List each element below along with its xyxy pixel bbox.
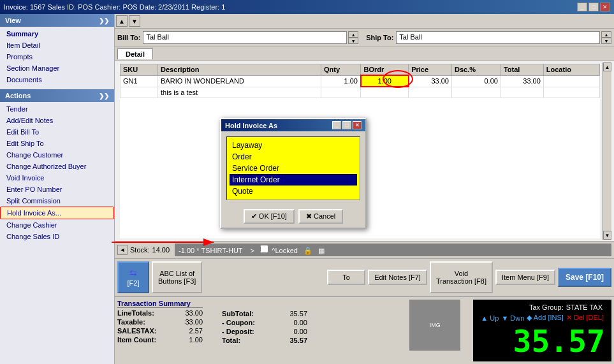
sidebar-item-prompts[interactable]: Prompts xyxy=(0,51,114,62)
sidebar-item-hold-invoice-as[interactable]: Hold Invoice As... xyxy=(0,207,114,219)
salestax-value: 2.57 xyxy=(171,327,203,335)
arrow-icon: ⇆ xyxy=(129,268,137,278)
scroll-up-button[interactable]: ▲ xyxy=(603,62,611,71)
line-totals-label: LineTotals: xyxy=(117,309,168,317)
sidebar-item-change-authorized-buyer[interactable]: Change Authorized Buyer xyxy=(0,161,114,172)
dialog-close-button[interactable]: ✕ xyxy=(353,121,362,129)
lock-icon: 🔒 xyxy=(303,247,312,254)
dialog-item-service-order[interactable]: Service Order xyxy=(230,163,357,174)
sidebar-item-add-edit-notes[interactable]: Add/Edit Notes xyxy=(0,115,114,126)
sidebar-item-edit-ship-to[interactable]: Edit Ship To xyxy=(0,138,114,149)
dialog-item-order[interactable]: Order xyxy=(230,151,357,163)
sidebar-view-header[interactable]: View ❯❯ xyxy=(0,14,114,27)
nav-up-button[interactable]: ▲ xyxy=(116,15,128,27)
close-button[interactable]: ✕ xyxy=(600,3,610,11)
col-sku: SKU xyxy=(121,64,158,76)
cell-qnty: 1.00 xyxy=(321,75,361,87)
sidebar-item-enter-po-number[interactable]: Enter PO Number xyxy=(0,184,114,195)
up-button[interactable]: ▲ Up xyxy=(481,314,499,322)
action-buttons-row: ⇆ [F2] ABC List of Buttons [F3] To Edit … xyxy=(115,259,614,296)
coupon-label: - Coupon: xyxy=(222,319,273,326)
total-display-area: Tax Group: STATE TAX ▲ Up ▼ Dwn ◆ Add [I… xyxy=(473,300,611,361)
sidebar-item-documents[interactable]: Documents xyxy=(0,74,114,85)
actions-collapse-icon: ❯❯ xyxy=(99,92,109,99)
sidebar-item-split-commission[interactable]: Split Commission xyxy=(0,195,114,207)
tab-detail[interactable]: Detail xyxy=(117,48,153,59)
cell-bordr: 1.00 xyxy=(361,75,409,87)
dialog-content: Layaway Order Service Order Internet Ord… xyxy=(221,131,365,205)
sidebar-item-section-manager[interactable]: Section Manager xyxy=(0,62,114,74)
del-button[interactable]: ✕ Del [DEL] xyxy=(566,314,604,322)
sidebar-actions-header[interactable]: Actions ❯❯ xyxy=(0,89,114,102)
taxable-value: 33.00 xyxy=(171,318,203,326)
total-value: 35.57 xyxy=(275,337,307,344)
bill-to-field[interactable]: Tal Ball xyxy=(143,31,347,44)
dialog-list: Layaway Order Service Order Internet Ord… xyxy=(226,136,360,200)
ship-to-field[interactable]: Tal Ball xyxy=(396,31,600,44)
dialog-item-internet-order[interactable]: Internet Order xyxy=(230,174,357,186)
cell-total-2 xyxy=(501,87,543,98)
deposit-label: - Deposit: xyxy=(222,328,273,335)
sidebar-item-change-customer[interactable]: Change Customer xyxy=(0,149,114,161)
void-transaction-button[interactable]: Void Transaction [F8] xyxy=(430,261,493,293)
bill-to-down-button[interactable]: ▼ xyxy=(348,38,358,44)
top-nav: ▲ ▼ xyxy=(115,14,614,29)
save-button[interactable]: Save [F10] xyxy=(558,268,611,287)
stock-value: 14.00 xyxy=(152,246,170,254)
to-button[interactable]: To xyxy=(327,270,365,285)
cell-sku-2 xyxy=(121,87,158,98)
down-button[interactable]: ▼ Dwn xyxy=(501,314,524,322)
cell-price-2 xyxy=(409,87,452,98)
maximize-button[interactable]: □ xyxy=(588,3,599,11)
bottom-section: Transaction Summary LineTotals: 33.00 Ta… xyxy=(115,296,614,364)
cell-locatio-2 xyxy=(543,87,599,98)
summary-right: SubTotal: 35.57 - Coupon: 0.00 - Deposit… xyxy=(222,300,307,361)
f2-button[interactable]: ⇆ [F2] xyxy=(117,261,149,293)
item-menu-button[interactable]: Item Menu [F9] xyxy=(495,270,555,285)
table-row: GN1 BARIO IN WONDERLAND 1.00 1.00 33.00 … xyxy=(121,75,600,87)
title-bar: Invoice: 1567 Sales ID: POS Cashier: POS… xyxy=(0,0,614,14)
dialog-item-quote[interactable]: Quote xyxy=(230,186,357,197)
nav-down-button[interactable]: ▼ xyxy=(129,15,140,27)
sidebar-item-item-detail[interactable]: Item Detail xyxy=(0,40,114,51)
dialog-minimize-button[interactable]: _ xyxy=(332,121,341,129)
taxable-label: Taxable: xyxy=(117,318,168,326)
minimize-button[interactable]: _ xyxy=(577,3,587,11)
locked-checkbox[interactable] xyxy=(260,245,268,253)
tshirt-info: -1.00 * TSHIRT-HUT > ^Locked 🔒 ▦ xyxy=(175,244,611,256)
sidebar-item-void-invoice[interactable]: Void Invoice xyxy=(0,172,114,184)
sidebar-item-tender[interactable]: Tender xyxy=(0,103,114,115)
scroll-left-button[interactable]: ◄ xyxy=(117,245,128,255)
scroll-down-button[interactable]: ▼ xyxy=(603,231,611,240)
f3-button[interactable]: ABC List of Buttons [F3] xyxy=(152,261,202,293)
dialog-cancel-button[interactable]: ✖ Cancel xyxy=(298,209,343,224)
ship-to-label: Ship To: xyxy=(366,34,393,41)
col-qnty: Qnty xyxy=(321,64,361,76)
transaction-summary: Transaction Summary LineTotals: 33.00 Ta… xyxy=(115,296,614,364)
bill-to-label: Bill To: xyxy=(117,34,140,41)
edit-notes-button[interactable]: Edit Notes [F7] xyxy=(368,270,427,285)
dialog-maximize-button[interactable]: □ xyxy=(342,121,351,129)
cell-dsc: 0.00 xyxy=(451,75,501,87)
cell-locatio xyxy=(543,75,599,87)
summary-spacer xyxy=(320,300,397,361)
sidebar-item-edit-bill-to[interactable]: Edit Bill To xyxy=(0,126,114,138)
sidebar-item-summary[interactable]: Summary xyxy=(0,28,114,40)
sidebar: View ❯❯ Summary Item Detail Prompts Sect… xyxy=(0,14,115,364)
total-label: Total: xyxy=(222,337,273,344)
col-bordr: BOrdr xyxy=(361,64,409,76)
sidebar-item-change-cashier[interactable]: Change Cashier xyxy=(0,219,114,231)
ship-to-down-button[interactable]: ▼ xyxy=(601,38,611,44)
window-controls: _ □ ✕ xyxy=(577,3,610,11)
dialog-item-layaway[interactable]: Layaway xyxy=(230,140,357,151)
ship-to-up-button[interactable]: ▲ xyxy=(601,31,611,38)
stock-bar: ◄ Stock: 14.00 -1.00 * TSHIRT-HUT > ^Loc… xyxy=(115,241,614,259)
cell-sku: GN1 xyxy=(121,75,158,87)
dialog-buttons: ✔ OK [F10] ✖ Cancel xyxy=(221,205,365,228)
add-button[interactable]: ◆ Add [INS] xyxy=(527,314,564,322)
sidebar-item-change-sales-id[interactable]: Change Sales ID xyxy=(0,231,114,242)
address-bar: Bill To: Tal Ball ▲ ▼ Ship To: Tal Ball xyxy=(115,29,614,47)
bill-to-up-button[interactable]: ▲ xyxy=(348,31,358,38)
dialog-ok-button[interactable]: ✔ OK [F10] xyxy=(244,209,295,224)
cell-price: 33.00 xyxy=(409,75,452,87)
